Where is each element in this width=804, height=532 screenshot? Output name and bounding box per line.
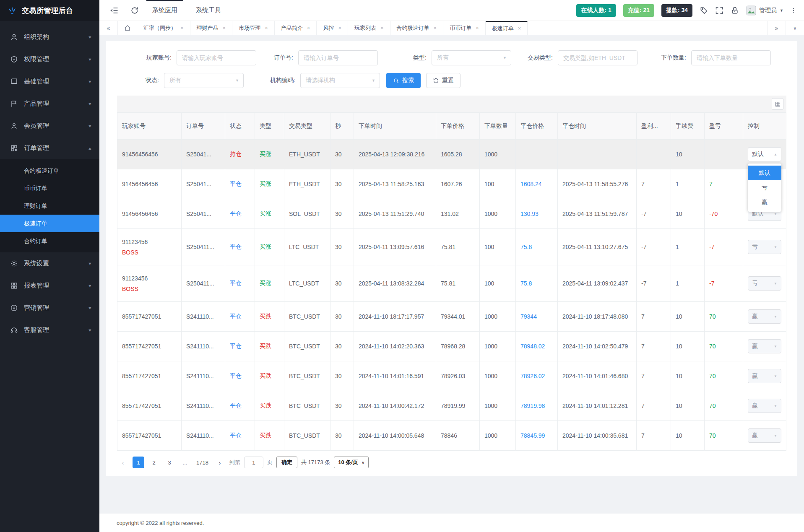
control-select[interactable]: 赢▼ [748, 339, 781, 353]
next-page-button[interactable]: › [214, 457, 226, 468]
cell-close-price[interactable]: 75.8 [516, 265, 558, 302]
prev-page-button[interactable]: ‹ [117, 457, 129, 468]
tab-item[interactable]: 汇率（同步）× [137, 21, 190, 35]
table-row: 855717427051S241110...平仓买跌BTC_USDT302024… [117, 302, 786, 332]
sidebar-item[interactable]: 权限管理▼ [0, 48, 99, 70]
control-select[interactable]: 亏▼ [748, 276, 781, 291]
sidebar-item[interactable]: 报表管理▼ [0, 275, 99, 297]
column-settings-button[interactable] [772, 98, 783, 110]
account-input[interactable] [177, 50, 256, 65]
cell-seconds: 30 [330, 302, 354, 332]
control-select[interactable]: 赢▼ [748, 399, 781, 413]
close-tab-icon[interactable]: × [476, 25, 479, 31]
deposit-badge[interactable]: 充值: 21 [623, 4, 654, 17]
cell-close-price[interactable]: 78926.02 [516, 361, 558, 391]
sidebar-subitem[interactable]: 合约极速订单 [0, 162, 99, 179]
dropdown-option[interactable]: 默认 [748, 166, 781, 180]
tab-item[interactable]: 合约极速订单× [390, 21, 444, 35]
order-no-input[interactable] [298, 50, 378, 65]
close-tab-icon[interactable]: × [265, 25, 268, 31]
sidebar-item[interactable]: 组织架构▼ [0, 26, 99, 48]
reset-button[interactable]: 重置 [426, 73, 461, 88]
sidebar-subitem[interactable]: 币币订单 [0, 179, 99, 197]
topbar-menu-item[interactable]: 系统应用 [151, 0, 179, 21]
trade-type-input[interactable] [558, 50, 637, 65]
tab-item[interactable]: 风控× [317, 21, 348, 35]
tabs-scroll-right[interactable]: » [767, 21, 786, 35]
topbar-menu-item[interactable]: 系统工具 [194, 0, 223, 21]
chevron-down-icon: ▼ [774, 212, 777, 216]
dropdown-option[interactable]: 赢 [748, 195, 781, 210]
cell-type: 买跌 [255, 391, 284, 421]
home-tab-icon[interactable] [118, 21, 137, 35]
control-select[interactable]: 亏▼ [748, 240, 781, 254]
quantity-input[interactable] [691, 50, 771, 65]
confirm-page-button[interactable]: 确定 [276, 457, 297, 468]
tag-icon[interactable] [700, 6, 708, 15]
status-select[interactable]: 所有 ▼ [164, 73, 244, 88]
cell-close-price[interactable]: 78919.98 [516, 391, 558, 421]
column-header: 类型 [255, 113, 284, 140]
close-tab-icon[interactable]: × [338, 25, 341, 31]
cell-close-price[interactable]: 79344 [516, 302, 558, 332]
page-button[interactable]: 2 [148, 457, 160, 468]
tabs-scroll-left[interactable]: « [99, 21, 118, 35]
sidebar-item[interactable]: 订单管理▲ [0, 137, 99, 159]
sidebar-item[interactable]: 产品管理▼ [0, 93, 99, 115]
close-tab-icon[interactable]: × [434, 25, 437, 31]
close-tab-icon[interactable]: × [180, 25, 184, 31]
search-button[interactable]: 搜索 [386, 73, 421, 88]
cell-profit: -7 [637, 265, 671, 302]
cell-status: 平仓 [225, 332, 255, 361]
tabs-menu-icon[interactable]: ∨ [786, 21, 804, 35]
cell-close-price[interactable]: 130.93 [516, 199, 558, 229]
sidebar-item[interactable]: 系统设置▼ [0, 252, 99, 275]
sidebar-item[interactable]: 营销管理▼ [0, 297, 99, 319]
sidebar-item[interactable]: 基础管理▼ [0, 70, 99, 93]
control-select[interactable]: 赢▼ [748, 369, 781, 383]
page-size-select[interactable]: 10 条/页 ∨ [334, 457, 369, 468]
online-count-badge[interactable]: 在线人数: 1 [576, 4, 616, 17]
control-select[interactable]: 默认▲ [748, 147, 781, 161]
collapse-sidebar-icon[interactable] [110, 6, 119, 15]
control-select[interactable]: 赢▼ [748, 428, 781, 443]
page-button[interactable]: 1718 [195, 457, 210, 468]
sidebar-subitem[interactable]: 合约订单 [0, 232, 99, 250]
tab-item[interactable]: 市场管理× [232, 21, 275, 35]
lock-icon[interactable] [731, 6, 739, 15]
tab-item[interactable]: 理财产品× [190, 21, 233, 35]
fullscreen-icon[interactable] [715, 6, 723, 15]
type-select[interactable]: 所有 ▼ [432, 50, 511, 65]
tab-item[interactable]: 币币订单× [443, 21, 486, 35]
page-button[interactable]: 3 [164, 457, 175, 468]
sidebar-item[interactable]: 会员管理▼ [0, 115, 99, 137]
close-tab-icon[interactable]: × [223, 25, 226, 31]
org-code-select[interactable]: 请选择机构 ▼ [300, 73, 380, 88]
tab-item[interactable]: 玩家列表× [348, 21, 390, 35]
tab-item[interactable]: 产品简介× [275, 21, 317, 35]
dropdown-option[interactable]: 亏 [748, 180, 781, 195]
cell-seconds: 30 [330, 199, 354, 229]
jump-page-input[interactable] [244, 457, 263, 468]
cell-close-price[interactable]: 78948.02 [516, 332, 558, 361]
close-tab-icon[interactable]: × [307, 25, 310, 31]
cell-close-price[interactable]: 75.8 [516, 229, 558, 265]
topbar-menu: 系统应用系统工具 [151, 0, 223, 21]
cell-profit: -7 [637, 199, 671, 229]
sidebar-subitem[interactable]: 极速订单 [0, 215, 99, 232]
withdraw-badge[interactable]: 提款: 34 [661, 4, 692, 17]
tab-active[interactable]: 极速订单× [486, 21, 528, 35]
close-tab-icon[interactable]: × [518, 25, 521, 31]
cell-close-price[interactable]: 1608.24 [516, 169, 558, 199]
user-menu[interactable]: 管理员 ▼ [746, 5, 783, 16]
refresh-icon[interactable] [130, 6, 139, 15]
page-button[interactable]: 1 [133, 457, 144, 468]
sidebar-item[interactable]: 客服管理▼ [0, 319, 99, 341]
more-menu-icon[interactable] [791, 6, 796, 15]
cell-open-time: 2024-11-10 14:02:20.363 [354, 332, 436, 361]
close-tab-icon[interactable]: × [380, 25, 384, 31]
cell-close-price[interactable]: 78845.99 [516, 421, 558, 451]
cell-trade-type: LTC_USDT [284, 229, 330, 265]
control-select[interactable]: 赢▼ [748, 309, 781, 324]
sidebar-subitem[interactable]: 理财订单 [0, 197, 99, 215]
